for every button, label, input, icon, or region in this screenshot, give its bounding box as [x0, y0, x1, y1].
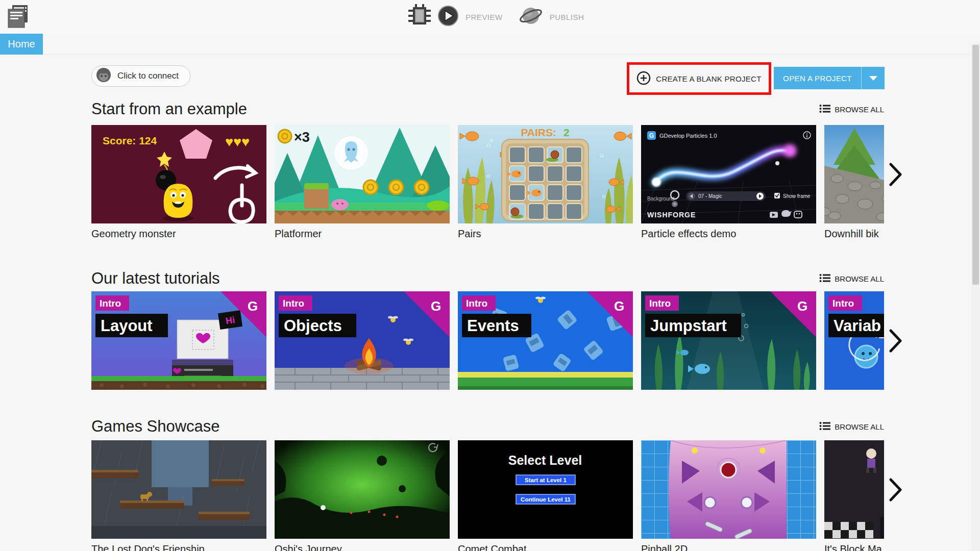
svg-text:G: G: [248, 298, 258, 314]
svg-text:G: G: [431, 298, 441, 314]
card-title: Downhill bik: [824, 228, 884, 240]
tutorials-section-header: Our latest tutorials BROWSE ALL: [91, 269, 884, 288]
open-project-dropdown[interactable]: [861, 67, 885, 89]
project-manager-icon[interactable]: [6, 4, 30, 29]
card-title: Geometry monster: [91, 228, 266, 240]
examples-section-header: Start from an example BROWSE ALL: [91, 100, 884, 118]
examples-browse-all[interactable]: BROWSE ALL: [819, 104, 884, 115]
tutorials-scroll-right-chevron[interactable]: [889, 329, 902, 355]
tab-bar: Home: [0, 34, 980, 55]
svg-text:Intro: Intro: [832, 298, 854, 309]
svg-text:G: G: [797, 298, 807, 314]
card-title: Particle effects demo: [641, 228, 816, 240]
showcase-scroll-right-chevron[interactable]: [889, 478, 902, 504]
connect-button[interactable]: Click to connect: [91, 65, 190, 87]
showcase-card-lost-dog[interactable]: The Lost Dog's Frienship: [91, 440, 266, 551]
card-title: It's Block Ma: [824, 543, 884, 551]
main-toolbar: PREVIEW PUBLISH: [408, 0, 593, 34]
highlight-red-box: CREATE A BLANK PROJECT: [627, 62, 771, 95]
geometry-monster-thumbnail: Score: 124 ♥♥♥: [91, 125, 266, 223]
svg-text:×3: ×3: [294, 130, 310, 145]
scrollbar-thumb[interactable]: [972, 45, 979, 285]
blockman-thumbnail: BLOCKS: [824, 440, 884, 539]
tutorial-card-jumpstart[interactable]: G Intro Jumpstart: [641, 291, 816, 390]
browse-all-label: BROWSE ALL: [835, 105, 884, 114]
list-icon: [819, 421, 830, 432]
tutorial-variables-thumbnail: +1 G Intro Variab: [824, 291, 884, 390]
publish-planet-icon[interactable]: [519, 5, 543, 29]
svg-text:Show frame: Show frame: [783, 193, 811, 199]
examples-title: Start from an example: [91, 100, 247, 118]
tutorial-layout-thumbnail: Hi G Intro Layout: [91, 291, 266, 390]
example-card-pairs[interactable]: PAIRS: 2: [458, 125, 633, 240]
tutorial-card-variables[interactable]: +1 G Intro Variab: [824, 291, 884, 390]
oshi-thumbnail: [275, 440, 450, 539]
tutorial-jumpstart-thumbnail: G Intro Jumpstart: [641, 291, 816, 390]
list-icon: [819, 273, 830, 284]
example-card-downhill[interactable]: G Downhill bik: [824, 125, 884, 240]
showcase-section-header: Games Showcase BROWSE ALL: [91, 417, 884, 436]
tutorials-card-strip: Hi G Intro Layout: [91, 291, 884, 390]
card-title: Platformer: [275, 228, 450, 240]
downhill-thumbnail: G: [824, 125, 884, 223]
particles-thumbnail: G GDevelop Particles 1.0 Background 07 -…: [641, 125, 816, 223]
showcase-card-pinball[interactable]: Pinball 2D: [641, 440, 816, 551]
create-blank-project-button[interactable]: CREATE A BLANK PROJECT: [636, 71, 761, 87]
svg-text:♥♥♥: ♥♥♥: [225, 134, 250, 149]
plus-circle-icon: [636, 71, 651, 87]
preview-play-icon[interactable]: [438, 6, 458, 28]
svg-text:Background: Background: [647, 196, 674, 202]
examples-scroll-right-chevron[interactable]: [889, 163, 902, 188]
browse-all-label: BROWSE ALL: [835, 422, 884, 431]
svg-text:Intro: Intro: [466, 298, 487, 309]
svg-text:07 - Magic: 07 - Magic: [698, 193, 722, 199]
app-header: PREVIEW PUBLISH: [0, 0, 980, 34]
examples-card-strip: Score: 124 ♥♥♥ Geometry monster: [91, 125, 884, 240]
tab-home[interactable]: Home: [0, 34, 43, 55]
showcase-browse-all[interactable]: BROWSE ALL: [819, 421, 884, 432]
showcase-card-strip: The Lost Dog's Frienship Oshi's Journey …: [91, 440, 884, 551]
publish-label[interactable]: PUBLISH: [550, 13, 584, 21]
browse-all-label: BROWSE ALL: [835, 274, 884, 283]
tutorial-card-objects[interactable]: G Intro Objects: [275, 291, 450, 390]
svg-text:GDevelop Particles 1.0: GDevelop Particles 1.0: [659, 133, 717, 139]
debug-icon[interactable]: [408, 4, 431, 30]
svg-text:Select Level: Select Level: [508, 453, 582, 467]
tutorial-card-events[interactable]: G Intro Events: [458, 291, 633, 390]
lost-dog-thumbnail: [91, 440, 266, 539]
preview-label[interactable]: PREVIEW: [465, 13, 503, 21]
svg-text:Continue Level 11: Continue Level 11: [521, 496, 571, 503]
showcase-card-comet[interactable]: Select Level Start at Level 1 Continue L…: [458, 440, 633, 551]
tutorial-card-layout[interactable]: Hi G Intro Layout: [91, 291, 266, 390]
platformer-thumbnail: ×3: [275, 125, 450, 223]
svg-text:Hi: Hi: [225, 315, 236, 326]
showcase-card-oshi[interactable]: Oshi's Journey: [275, 440, 450, 551]
svg-text:Events: Events: [467, 317, 519, 335]
tutorial-events-thumbnail: G Intro Events: [458, 291, 633, 390]
example-card-platformer[interactable]: ×3 Platformer: [275, 125, 450, 240]
svg-text:Objects: Objects: [284, 317, 342, 335]
svg-text:Layout: Layout: [101, 317, 153, 335]
open-project-button[interactable]: OPEN A PROJECT: [774, 67, 885, 89]
svg-text:Start at Level 1: Start at Level 1: [525, 477, 567, 483]
scrollbar-track[interactable]: [971, 43, 980, 551]
svg-text:Intro: Intro: [100, 298, 121, 309]
pinball-thumbnail: [641, 440, 816, 539]
example-card-geometry-monster[interactable]: Score: 124 ♥♥♥ Geometry monster: [91, 125, 266, 240]
showcase-card-blockman[interactable]: BLOCKS It's Block Ma: [824, 440, 884, 551]
card-title: Pairs: [458, 228, 633, 240]
list-icon: [819, 104, 830, 115]
showcase-title: Games Showcase: [91, 417, 220, 436]
tutorials-browse-all[interactable]: BROWSE ALL: [819, 273, 884, 284]
comet-thumbnail: Select Level Start at Level 1 Continue L…: [458, 440, 633, 539]
connect-label: Click to connect: [117, 71, 179, 81]
svg-text:Score: 124: Score: 124: [103, 135, 157, 146]
tutorials-title: Our latest tutorials: [91, 269, 220, 288]
example-card-particle-effects[interactable]: G GDevelop Particles 1.0 Background 07 -…: [641, 125, 816, 240]
svg-text:Jumpstart: Jumpstart: [650, 317, 727, 335]
open-project-label[interactable]: OPEN A PROJECT: [774, 67, 861, 89]
svg-text:G: G: [614, 298, 624, 314]
card-title: Comet Combat: [458, 543, 633, 551]
pairs-thumbnail: PAIRS: 2: [458, 125, 633, 223]
card-title: The Lost Dog's Frienship: [91, 543, 266, 551]
